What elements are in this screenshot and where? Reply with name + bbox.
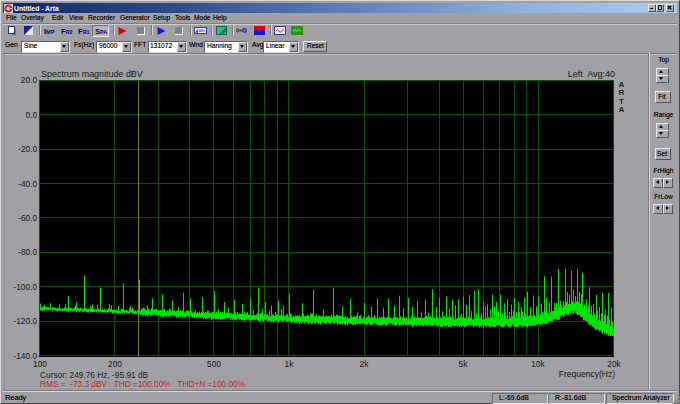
svg-text:ABC: ABC <box>198 29 206 33</box>
